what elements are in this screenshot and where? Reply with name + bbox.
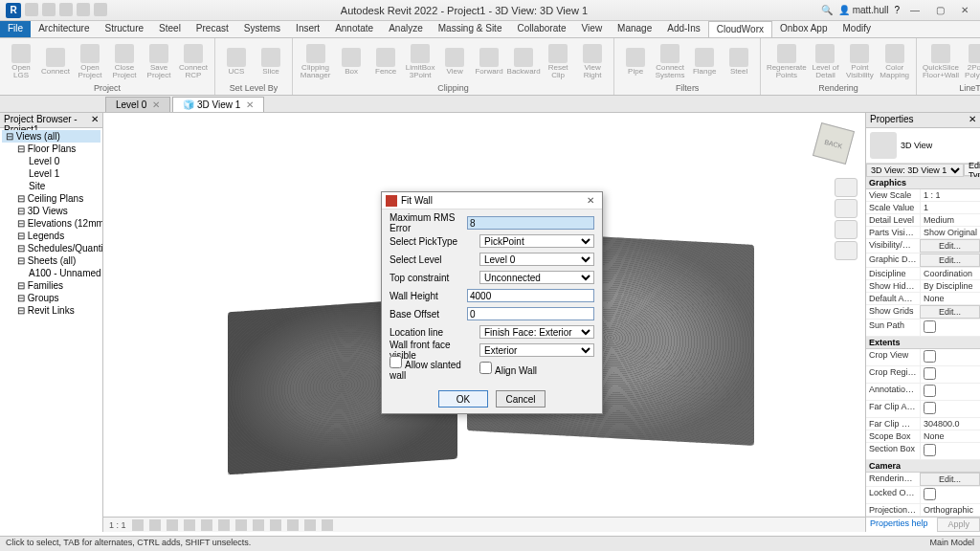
doc-tab-close-icon[interactable]: ✕	[246, 99, 254, 110]
prop-row[interactable]: Section Box	[866, 443, 980, 460]
vcb-cropregion-icon[interactable]	[235, 519, 247, 531]
ribbon-tab-manage[interactable]: Manage	[610, 21, 659, 37]
maximize-button[interactable]: ▢	[930, 5, 949, 15]
prop-row[interactable]: Graphic Display...Edit...	[866, 253, 980, 268]
tree-item[interactable]: ⊟ Groups	[2, 292, 100, 304]
tree-item[interactable]: Level 1	[2, 167, 100, 180]
ribbon-button--point-polyline[interactable]: 2Point Polyline	[963, 44, 980, 79]
vcb-lock-icon[interactable]	[253, 519, 264, 531]
vcb-crop-icon[interactable]	[218, 519, 230, 531]
prop-row[interactable]: Far Clip Offset304800.0	[866, 418, 980, 430]
orbit-icon[interactable]	[835, 241, 858, 260]
select-level[interactable]: Level 0	[479, 253, 594, 266]
prop-row[interactable]: Locked Orientat...	[866, 487, 980, 504]
ribbon-tab-structure[interactable]: Structure	[97, 21, 151, 37]
qat-print-icon[interactable]	[94, 3, 107, 16]
ribbon-button-open-lgs[interactable]: Open LGS	[6, 44, 36, 79]
instance-selector[interactable]: 3D View: 3D View 1	[866, 164, 964, 177]
prop-row[interactable]: Visibility/Graphi...Edit...	[866, 239, 980, 253]
ribbon-button-open-project[interactable]: Open Project	[75, 44, 105, 79]
type-selector-icon[interactable]	[870, 132, 897, 159]
edit-type-button[interactable]: Edit Type	[964, 164, 980, 176]
pan-icon[interactable]	[835, 199, 858, 218]
ribbon-tab-onbox-app[interactable]: Onbox App	[772, 21, 835, 37]
vcb-temphide-icon[interactable]	[270, 519, 281, 531]
ribbon-button-pipe[interactable]: Pipe	[620, 48, 651, 76]
prop-row[interactable]: Sun Path	[866, 320, 980, 337]
ribbon-tab-cloudworx[interactable]: CloudWorx	[708, 21, 772, 37]
qat-open-icon[interactable]	[25, 3, 38, 16]
prop-checkbox[interactable]	[924, 320, 936, 333]
prop-category[interactable]: Graphics	[866, 177, 980, 189]
tree-item[interactable]: Site	[2, 180, 100, 192]
ribbon-button-connect-systems[interactable]: Connect Systems	[655, 44, 685, 79]
tree-item[interactable]: ⊟ Schedules/Quantities (all)	[2, 242, 100, 254]
cancel-button[interactable]: Cancel	[496, 390, 546, 408]
vcb-constraints-icon[interactable]	[322, 519, 333, 531]
vcb-shadows-icon[interactable]	[184, 519, 195, 531]
prop-checkbox[interactable]	[924, 402, 936, 414]
tree-item[interactable]: ⊟ Views (all)	[2, 130, 100, 143]
prop-row[interactable]: Scale Value1	[866, 202, 980, 214]
ribbon-button-limitbox-point[interactable]: LimitBox 3Point	[405, 44, 435, 79]
prop-row[interactable]: Crop View	[866, 349, 980, 366]
panel-close-icon[interactable]: ✕	[91, 114, 99, 126]
ribbon-tab-annotate[interactable]: Annotate	[327, 21, 381, 37]
ribbon-button-connect-rcp[interactable]: Connect RCP	[178, 44, 209, 79]
prop-checkbox[interactable]	[924, 350, 936, 363]
ribbon-button-view-right[interactable]: View Right	[577, 44, 608, 79]
ribbon-button-level-of-detail[interactable]: Level of Detail	[810, 44, 840, 79]
status-worksets[interactable]: Main Model	[929, 538, 974, 550]
input-wall-height[interactable]	[467, 289, 594, 302]
user-name[interactable]: 👤 matt.hull	[838, 5, 889, 15]
revit-logo[interactable]: R	[6, 3, 21, 18]
vcb-analytical-icon[interactable]	[304, 519, 316, 531]
ribbon-button-fence[interactable]: Fence	[370, 48, 401, 76]
tree-item[interactable]: ⊟ Ceiling Plans	[2, 192, 100, 205]
ribbon-button-box[interactable]: Box	[336, 48, 367, 76]
prop-checkbox[interactable]	[924, 385, 936, 397]
prop-row[interactable]: Projection ModeOrthographic	[866, 504, 980, 517]
panel-close-icon[interactable]: ✕	[969, 114, 976, 126]
select-front-face[interactable]: Exterior	[479, 343, 594, 357]
select-pick-type[interactable]: PickPoint	[479, 234, 594, 248]
qat-undo-icon[interactable]	[59, 3, 73, 16]
prop-checkbox[interactable]	[924, 488, 936, 500]
ribbon-button-connect[interactable]: Connect	[40, 48, 71, 76]
tree-item[interactable]: ⊟ Legends	[2, 230, 100, 242]
vcb-style-icon[interactable]	[149, 519, 161, 531]
tree-item[interactable]: Level 0	[2, 155, 100, 167]
select-top-constraint[interactable]: Unconnected	[479, 271, 594, 284]
apply-button[interactable]: Apply	[937, 518, 980, 532]
ribbon-tab-systems[interactable]: Systems	[236, 21, 288, 37]
tree-item[interactable]: ⊟ Sheets (all)	[2, 254, 100, 267]
prop-checkbox[interactable]	[924, 367, 936, 380]
ribbon-tab-modify[interactable]: Modify	[835, 21, 878, 37]
prop-row[interactable]: Parts VisibilityShow Original	[866, 227, 980, 239]
select-location-line[interactable]: Finish Face: Exterior	[479, 325, 594, 339]
prop-row[interactable]: Far Clip Active	[866, 401, 980, 418]
close-button[interactable]: ✕	[955, 5, 974, 15]
input-base-offset[interactable]	[467, 307, 594, 320]
qat-redo-icon[interactable]	[77, 3, 90, 16]
prop-row[interactable]: Crop Region Vis...	[866, 366, 980, 384]
prop-row[interactable]: Scope BoxNone	[866, 430, 980, 443]
ribbon-button-color-mapping[interactable]: Color Mapping	[879, 44, 909, 79]
ribbon-tab-architecture[interactable]: Architecture	[31, 21, 97, 37]
ribbon-button-view[interactable]: View	[439, 48, 470, 76]
prop-row[interactable]: DisciplineCoordination	[866, 268, 980, 280]
tree-item[interactable]: ⊟ 3D Views	[2, 205, 100, 217]
vcb-scale[interactable]: 1 : 1	[109, 520, 126, 530]
doc-tab-level-0[interactable]: Level 0✕	[105, 97, 170, 112]
project-browser-tree[interactable]: ⊟ Views (all)⊟ Floor PlansLevel 0Level 1…	[0, 128, 102, 319]
vcb-detail-icon[interactable]	[132, 519, 144, 531]
ribbon-button-reset-clip[interactable]: Reset Clip	[543, 44, 573, 79]
tree-item[interactable]: ⊟ Families	[2, 279, 100, 292]
ribbon-tab-insert[interactable]: Insert	[288, 21, 327, 37]
ribbon-tab-add-ins[interactable]: Add-Ins	[659, 21, 707, 37]
ribbon-button-slice[interactable]: Slice	[256, 48, 286, 76]
ok-button[interactable]: OK	[438, 390, 488, 408]
ribbon-button-quickslice-floor-wall[interactable]: QuickSlice Floor+Wall	[923, 44, 959, 79]
ribbon-tab-analyze[interactable]: Analyze	[381, 21, 431, 37]
ribbon-button-regenerate-points[interactable]: Regenerate Points	[767, 44, 806, 79]
